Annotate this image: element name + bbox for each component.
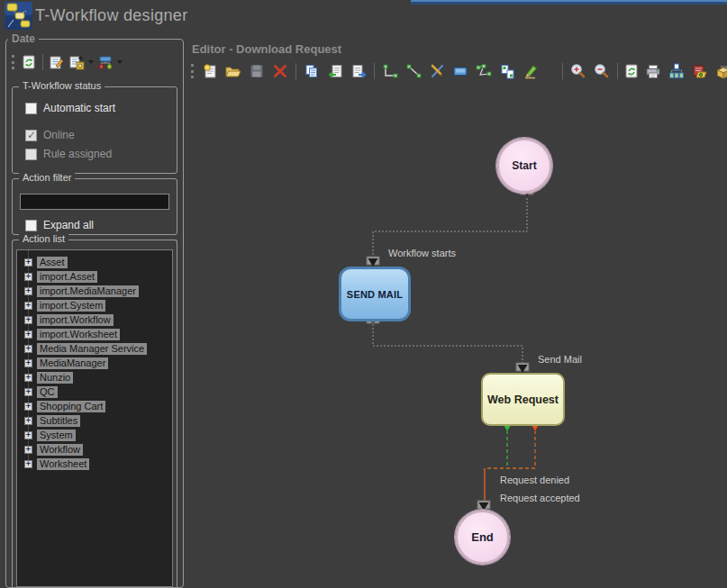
expand-plus-icon[interactable] — [24, 403, 32, 411]
edge-label-request-denied: Request denied — [500, 475, 569, 485]
tree-item-label[interactable]: MediaManager — [37, 357, 108, 369]
tree-item-label[interactable]: import.MediaManager — [37, 285, 139, 297]
zoom-in-icon[interactable] — [568, 60, 589, 82]
tree-item[interactable]: import.Workflow — [17, 312, 172, 327]
date-panel: Date T-Workflow status Autom — [5, 39, 184, 588]
node-end[interactable]: End — [455, 510, 510, 565]
expand-plus-icon[interactable] — [24, 273, 32, 281]
tree-item[interactable]: Nunzio — [17, 370, 172, 384]
checkbox-expand-all[interactable]: Expand all — [25, 219, 94, 231]
open-icon[interactable] — [223, 60, 244, 82]
tree-item[interactable]: MediaManager — [17, 356, 172, 370]
toolbar-grip[interactable] — [191, 64, 194, 78]
expand-plus-icon[interactable] — [24, 417, 32, 425]
tree-item-label[interactable]: Nunzio — [37, 372, 73, 384]
line-connector-icon[interactable] — [403, 60, 424, 82]
tree-item-label[interactable]: Workflow — [37, 444, 83, 456]
print-icon[interactable] — [642, 60, 664, 82]
tree-item[interactable]: import.Asset — [17, 269, 172, 284]
toolbar-grip[interactable] — [12, 55, 14, 69]
tree-item-label[interactable]: import.Workflow — [37, 314, 114, 326]
tree-item-label[interactable]: import.System — [37, 300, 105, 312]
expand-plus-icon[interactable] — [24, 345, 32, 353]
checkbox-label: Rule assigned — [43, 148, 112, 160]
new-item-icon[interactable] — [68, 52, 86, 72]
checkbox-box[interactable] — [25, 149, 37, 160]
expand-plus-icon[interactable] — [24, 374, 32, 382]
hierarchy-icon[interactable] — [666, 60, 687, 82]
expand-plus-icon[interactable] — [24, 359, 32, 367]
tree-item[interactable]: Subtitles — [17, 413, 172, 428]
tree-item[interactable]: import.System — [17, 298, 172, 312]
action-filter-input[interactable] — [20, 194, 169, 210]
expand-plus-icon[interactable] — [24, 258, 32, 267]
delete-icon[interactable] — [269, 60, 291, 82]
tree-item-label[interactable]: Worksheet — [37, 458, 89, 470]
copy-icon[interactable] — [301, 60, 323, 82]
tree-item[interactable]: Asset — [17, 255, 172, 269]
export-package-icon[interactable] — [689, 60, 711, 82]
tree-item[interactable]: Worksheet — [17, 457, 172, 471]
edit-properties-icon[interactable] — [48, 52, 66, 72]
checkbox-box[interactable] — [25, 103, 37, 114]
checkbox-online[interactable]: Online — [25, 129, 75, 141]
import-page-icon[interactable] — [324, 60, 346, 82]
node-send-mail-label: SEND MAIL — [347, 289, 403, 300]
tree-item-label[interactable]: System — [37, 430, 76, 441]
tree-item-label[interactable]: Subtitles — [37, 415, 80, 427]
delete-connector-icon[interactable] — [426, 60, 448, 82]
action-list[interactable]: Asset import.Asset import.MediaManager — [16, 249, 173, 587]
tree-item[interactable]: System — [17, 428, 172, 442]
corner-connector-icon[interactable] — [379, 60, 401, 82]
expand-plus-icon[interactable] — [24, 302, 32, 310]
new-workflow-icon[interactable] — [199, 60, 221, 82]
edge-label-workflow-starts: Workflow starts — [388, 248, 456, 258]
checkbox-box[interactable] — [25, 130, 37, 141]
tree-item-label[interactable]: import.Asset — [37, 271, 97, 283]
tree-item-label[interactable]: Shopping Cart — [37, 401, 105, 412]
tree-item[interactable]: import.Worksheet — [17, 327, 172, 341]
export-page-icon[interactable] — [348, 60, 369, 82]
zoom-out-icon[interactable] — [591, 60, 613, 82]
tree-item[interactable]: import.MediaManager — [17, 284, 172, 298]
polyline-connector-icon[interactable] — [473, 60, 495, 82]
refresh-icon[interactable] — [20, 52, 38, 72]
refresh-icon[interactable] — [622, 61, 641, 81]
marker-icon[interactable] — [520, 60, 541, 82]
node-icon[interactable] — [450, 60, 471, 82]
tree-item-label[interactable]: Media Manager Service — [37, 343, 147, 355]
action-filter-title: Action filter — [19, 172, 75, 183]
tree-item[interactable]: Media Manager Service — [17, 341, 172, 356]
workflow-status-group: T-Workflow status Automatic start Online… — [12, 86, 177, 174]
expand-plus-icon[interactable] — [24, 287, 32, 295]
expand-plus-icon[interactable] — [24, 446, 32, 454]
tree-item-label[interactable]: Asset — [37, 257, 68, 268]
expand-plus-icon[interactable] — [24, 330, 32, 339]
expand-plus-icon[interactable] — [24, 460, 32, 468]
date-toolbar — [10, 50, 123, 74]
connector-sendmail-top — [367, 257, 379, 267]
expand-plus-icon[interactable] — [24, 316, 32, 324]
tree-item[interactable]: Shopping Cart — [17, 399, 172, 413]
dropdown-arrow-icon[interactable] — [117, 60, 123, 64]
import-package-icon[interactable] — [713, 60, 727, 82]
checkbox-rule-assigned[interactable]: Rule assigned — [25, 148, 112, 160]
tree-item[interactable]: QC — [17, 384, 172, 399]
align-nodes-icon[interactable] — [496, 60, 518, 82]
tree-item-label[interactable]: import.Worksheet — [37, 329, 120, 340]
tree-item-label[interactable]: QC — [37, 386, 58, 398]
node-web-request[interactable]: Web Request — [481, 373, 565, 426]
tree-item[interactable]: Workflow — [17, 442, 172, 457]
node-send-mail[interactable]: SEND MAIL — [339, 267, 411, 321]
checkbox-automatic-start[interactable]: Automatic start — [25, 102, 115, 114]
node-start[interactable]: Start — [496, 138, 552, 194]
editor-title: Editor - Download Request — [192, 42, 341, 56]
save-icon[interactable] — [246, 60, 268, 82]
expand-plus-icon[interactable] — [24, 431, 32, 439]
connector-webrequest-top — [516, 363, 529, 373]
checkbox-box[interactable] — [25, 220, 37, 231]
t-workflow-designer-window: T-Workflow designer Date T-Workflow stat… — [0, 0, 727, 588]
expand-plus-icon[interactable] — [24, 388, 32, 396]
dropdown-arrow-icon[interactable] — [88, 60, 94, 64]
workflow-view-icon[interactable] — [96, 52, 114, 72]
